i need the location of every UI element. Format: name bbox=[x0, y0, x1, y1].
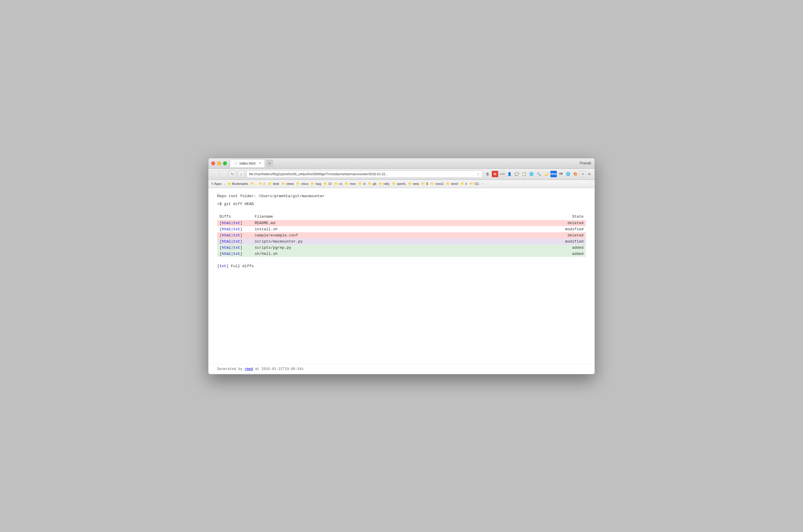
apps-grid-icon: ⠿ bbox=[211, 182, 213, 186]
diffs-cell: [html|txt] bbox=[217, 251, 252, 257]
bookmark-rally[interactable]: 📁 rally bbox=[379, 182, 390, 186]
diffs-cell: [html|txt] bbox=[217, 220, 252, 226]
nav-icon-1[interactable]: 🗑 bbox=[484, 171, 491, 177]
bookmark-voss2[interactable]: 📁 voss2 bbox=[430, 182, 444, 186]
bracket-close: ] bbox=[240, 252, 242, 256]
txt-diff-link[interactable]: txt bbox=[233, 239, 240, 244]
nav-icon-8[interactable]: 🌙 bbox=[543, 171, 549, 177]
nav-icon-3[interactable]: 👤 bbox=[506, 171, 513, 177]
nav-icon-7[interactable]: 🔍 bbox=[536, 171, 542, 177]
folder-icon-8: 📁 bbox=[334, 182, 338, 186]
git-command-line: >$ git diff HEAD bbox=[217, 202, 586, 206]
folder-icon-5: 📁 bbox=[296, 182, 300, 186]
forward-button[interactable]: → bbox=[220, 171, 227, 177]
nav-icon-new[interactable]: NEW bbox=[550, 171, 557, 177]
bookmark-sports[interactable]: 📁 sports bbox=[392, 182, 406, 186]
nav-icon-6[interactable]: 🌐 bbox=[528, 171, 535, 177]
filename-cell: scripts/macmounter.py bbox=[252, 239, 484, 245]
back-button[interactable]: ← bbox=[211, 171, 218, 177]
col-header-diffs: Diffs bbox=[217, 213, 252, 220]
col-header-state: State bbox=[484, 213, 586, 220]
nav-icon-4[interactable]: 💬 bbox=[514, 171, 520, 177]
footer-text-after: at 2016-01-22T19:00:54z bbox=[253, 367, 304, 371]
bm-divider-1: | bbox=[224, 182, 225, 186]
folder-icon-2: 📁 bbox=[259, 182, 263, 186]
bracket-open: [ bbox=[220, 246, 222, 250]
bookmark-dot-label: . bbox=[256, 182, 257, 186]
folder-icon-14: 📁 bbox=[408, 182, 412, 186]
bookmark-deal[interactable]: 📁 deal bbox=[268, 182, 279, 186]
footer: Generated by rmed at 2016-01-22T19:00:54… bbox=[208, 364, 595, 374]
folder-icon-1: 📁 bbox=[250, 182, 255, 186]
txt-diff-link[interactable]: txt bbox=[233, 221, 240, 225]
bookmark-news[interactable]: 📁 news bbox=[281, 182, 294, 186]
bookmark-bug[interactable]: 📁 bug bbox=[311, 182, 321, 186]
txt-diff-link[interactable]: txt bbox=[233, 227, 240, 231]
bookmark-word[interactable]: 📁 word bbox=[446, 182, 458, 186]
address-bar[interactable]: file:///var/folders/f9/g2zjztxx0vx56_y4d… bbox=[246, 170, 483, 178]
full-diffs-txt-link[interactable]: txt bbox=[220, 264, 226, 268]
html-diff-link[interactable]: html bbox=[222, 227, 231, 231]
state-cell: modified bbox=[484, 239, 586, 245]
full-diffs-section: [txt] Full diffs bbox=[217, 264, 586, 268]
bracket-open: [ bbox=[220, 233, 222, 238]
txt-diff-link[interactable]: txt bbox=[233, 246, 240, 250]
menu-button[interactable]: ≡ bbox=[587, 171, 592, 177]
active-tab[interactable]: 📄 index.html ✕ bbox=[230, 159, 265, 167]
full-diffs-label: Full diffs bbox=[231, 264, 254, 268]
nav-icon-counter[interactable]: 1/40 bbox=[499, 171, 506, 177]
bookmark-cc[interactable]: 📁 cc bbox=[334, 182, 342, 186]
footer-rmed-link[interactable]: rmed bbox=[245, 367, 253, 371]
close-button[interactable] bbox=[211, 162, 215, 165]
bookmark-dot[interactable]: 📁 . bbox=[250, 182, 257, 186]
bookmark-rally-label: rally bbox=[384, 182, 390, 186]
bookmark-cl-label: cl bbox=[363, 182, 366, 186]
folder-icon-9: 📁 bbox=[344, 182, 349, 186]
home-button[interactable]: ⌂ bbox=[238, 171, 245, 177]
bookmark-mov-label: mov bbox=[350, 182, 356, 186]
bookmark-dollar-label: $ bbox=[426, 182, 428, 186]
bookmark-slashdot-label: /. bbox=[264, 182, 265, 186]
bookmark-git-label: git bbox=[373, 182, 376, 186]
bookmark-cisco[interactable]: 📁 cisco bbox=[296, 182, 308, 186]
reload-button[interactable]: ↻ bbox=[229, 171, 236, 177]
bookmark-mov[interactable]: 📁 mov bbox=[344, 182, 356, 186]
bookmark-cisco-label: cisco bbox=[301, 182, 308, 186]
bookmark-cl[interactable]: 📁 cl bbox=[358, 182, 366, 186]
bracket-close: ] bbox=[240, 233, 242, 238]
html-diff-link[interactable]: html bbox=[222, 233, 231, 238]
table-row: [html|txt]scripts/pgrep.pyadded bbox=[217, 245, 586, 251]
nav-icon-9[interactable]: 🗺 bbox=[558, 171, 564, 177]
nav-icon-n[interactable]: N bbox=[580, 171, 586, 177]
html-diff-link[interactable]: html bbox=[222, 246, 231, 250]
bookmark-gc[interactable]: 📁 GC bbox=[469, 182, 480, 186]
browser-window: 📄 index.html ✕ + Pranab ← → ↻ ⌂ file:///… bbox=[208, 158, 595, 374]
bookmark-apps[interactable]: ⠿ Apps bbox=[211, 182, 222, 186]
bookmark-wea[interactable]: 📁 wea bbox=[408, 182, 419, 186]
bookmark-ir[interactable]: 📁 ir bbox=[461, 182, 467, 186]
bookmark-star-button[interactable]: ☆ bbox=[477, 172, 480, 176]
html-diff-link[interactable]: html bbox=[222, 239, 231, 244]
html-diff-link[interactable]: html bbox=[222, 221, 231, 225]
maximize-button[interactable] bbox=[223, 162, 227, 165]
tab-close-button[interactable]: ✕ bbox=[259, 162, 261, 165]
nav-icon-10[interactable]: 🌐 bbox=[565, 171, 572, 177]
nav-icon-5[interactable]: 📋 bbox=[521, 171, 527, 177]
bookmark-slashdot[interactable]: 📁 /. bbox=[259, 182, 265, 186]
new-tab-button[interactable]: + bbox=[266, 160, 273, 167]
folder-icon-10: 📁 bbox=[358, 182, 362, 186]
bracket-close: ] bbox=[240, 246, 242, 250]
nav-icon-11[interactable]: 🎨 bbox=[572, 171, 579, 177]
html-diff-link[interactable]: html bbox=[222, 252, 231, 256]
bookmark-dollar[interactable]: 📁 $ bbox=[421, 182, 428, 186]
nav-icon-gmail[interactable]: M bbox=[492, 171, 498, 177]
state-cell: modified bbox=[484, 226, 586, 232]
txt-diff-link[interactable]: txt bbox=[233, 233, 240, 238]
folder-icon-13: 📁 bbox=[392, 182, 396, 186]
bookmark-g[interactable]: 📁 G! bbox=[323, 182, 332, 186]
bookmark-bookmarks[interactable]: ⭐ Bookmarks bbox=[227, 182, 248, 186]
bookmark-git[interactable]: 📁 git bbox=[368, 182, 376, 186]
txt-diff-link[interactable]: txt bbox=[233, 252, 240, 256]
minimize-button[interactable] bbox=[217, 162, 221, 165]
folder-icon-7: 📁 bbox=[323, 182, 328, 186]
